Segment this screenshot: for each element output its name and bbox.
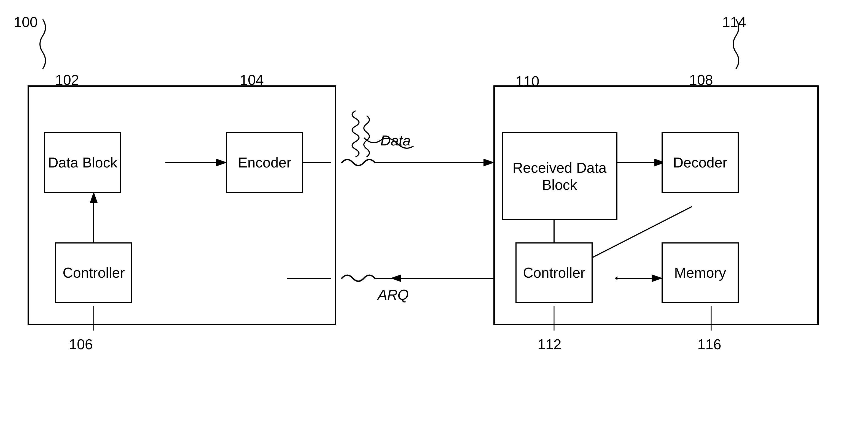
arq-channel-label: ARQ xyxy=(378,286,409,303)
svg-rect-11 xyxy=(331,275,386,282)
controller-rx-box: Controller xyxy=(516,242,593,303)
memory-box: Memory xyxy=(661,242,739,303)
data-channel-label: Data xyxy=(380,132,411,149)
diagram: 100 102 104 106 108 110 112 114 116 Data… xyxy=(0,0,868,441)
ref-116: 116 xyxy=(698,336,721,352)
ref-114: 114 xyxy=(722,14,746,30)
svg-rect-8 xyxy=(331,159,386,166)
data-block-box: Data Block xyxy=(44,132,121,193)
ref-112: 112 xyxy=(537,336,561,352)
ref-106: 106 xyxy=(69,336,93,352)
decoder-box: Decoder xyxy=(661,132,739,193)
ref-100: 100 xyxy=(14,14,38,30)
controller-tx-box: Controller xyxy=(55,242,132,303)
encoder-box: Encoder xyxy=(226,132,303,193)
received-data-block-box: Received Data Block xyxy=(502,132,617,220)
